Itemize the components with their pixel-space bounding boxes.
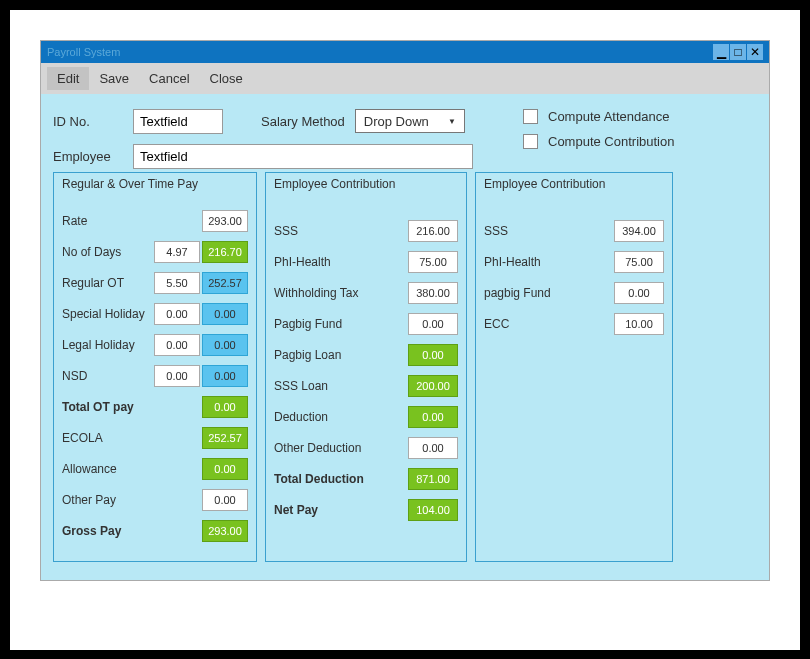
p3-ecc-v[interactable]: 10.00 [614, 313, 664, 335]
compute-attendance-label: Compute Attendance [548, 109, 669, 124]
panel-emp-contrib-1: Employee Contribution SSS216.00 PhI-Heal… [265, 183, 467, 562]
menu-cancel[interactable]: Cancel [139, 67, 199, 90]
pf-v[interactable]: 0.00 [408, 313, 458, 335]
sss-label: SSS [274, 224, 406, 238]
titlebar: Payroll System ▁ □ ✕ [41, 41, 769, 63]
lh-v1[interactable]: 0.00 [154, 334, 200, 356]
compute-attendance-option[interactable]: Compute Attendance [523, 109, 674, 124]
sh-v2: 0.00 [202, 303, 248, 325]
checkbox-icon [523, 109, 538, 124]
p3-pf-v[interactable]: 0.00 [614, 282, 664, 304]
pf-label: Pagbig Fund [274, 317, 406, 331]
td-v: 871.00 [408, 468, 458, 490]
lh-label: Legal Holiday [62, 338, 152, 352]
wht-v[interactable]: 380.00 [408, 282, 458, 304]
panel2-legend: Employee Contribution [265, 172, 467, 195]
maximize-icon[interactable]: □ [730, 44, 746, 60]
window-buttons: ▁ □ ✕ [712, 44, 763, 60]
ded-label: Deduction [274, 410, 406, 424]
pl-v: 0.00 [408, 344, 458, 366]
ded-v: 0.00 [408, 406, 458, 428]
totot-v: 0.00 [202, 396, 248, 418]
compute-contribution-label: Compute Contribution [548, 134, 674, 149]
np-label: Net Pay [274, 503, 406, 517]
rate-label: Rate [62, 214, 200, 228]
np-v: 104.00 [408, 499, 458, 521]
payroll-window: Payroll System ▁ □ ✕ Edit Save Cancel Cl… [40, 40, 770, 581]
allow-label: Allowance [62, 462, 200, 476]
panel-emp-contrib-2: Employee Contribution SSS394.00 PhI-Heal… [475, 183, 673, 562]
sh-label: Special Holiday [62, 307, 152, 321]
panel1-legend: Regular & Over Time Pay [53, 172, 257, 195]
form-body: ID No. Salary Method Drop Down ▼ Employe… [41, 94, 769, 580]
p3-pf-label: pagbig Fund [484, 286, 612, 300]
idno-label: ID No. [53, 114, 121, 129]
p3-phi-v[interactable]: 75.00 [614, 251, 664, 273]
employee-input[interactable] [133, 144, 473, 169]
nod-label: No of Days [62, 245, 152, 259]
nod-v2: 216.70 [202, 241, 248, 263]
menu-edit[interactable]: Edit [47, 67, 89, 90]
p3-ecc-label: ECC [484, 317, 612, 331]
other-v[interactable]: 0.00 [202, 489, 248, 511]
window-title: Payroll System [47, 46, 120, 58]
nsd-v1[interactable]: 0.00 [154, 365, 200, 387]
gross-v: 293.00 [202, 520, 248, 542]
gross-label: Gross Pay [62, 524, 200, 538]
nsd-v2: 0.00 [202, 365, 248, 387]
p3-sss-label: SSS [484, 224, 612, 238]
phi-label: PhI-Health [274, 255, 406, 269]
p3-sss-v[interactable]: 394.00 [614, 220, 664, 242]
panel-regular-ot: Regular & Over Time Pay Rate293.00 No of… [53, 183, 257, 562]
ecola-label: ECOLA [62, 431, 200, 445]
rot-label: Regular OT [62, 276, 152, 290]
salary-method-label: Salary Method [261, 114, 345, 129]
menubar: Edit Save Cancel Close [41, 63, 769, 94]
chevron-down-icon: ▼ [448, 117, 456, 126]
allow-v: 0.00 [202, 458, 248, 480]
pl-label: Pagbig Loan [274, 348, 406, 362]
p3-phi-label: PhI-Health [484, 255, 612, 269]
td-label: Total Deduction [274, 472, 406, 486]
other-label: Other Pay [62, 493, 200, 507]
checkbox-icon [523, 134, 538, 149]
od-v[interactable]: 0.00 [408, 437, 458, 459]
sss-v[interactable]: 216.00 [408, 220, 458, 242]
menu-save[interactable]: Save [89, 67, 139, 90]
sl-label: SSS Loan [274, 379, 406, 393]
salary-method-select[interactable]: Drop Down ▼ [355, 109, 465, 133]
ecola-v: 252.57 [202, 427, 248, 449]
od-label: Other Deduction [274, 441, 406, 455]
sl-v: 200.00 [408, 375, 458, 397]
rate-value[interactable]: 293.00 [202, 210, 248, 232]
rot-v1[interactable]: 5.50 [154, 272, 200, 294]
nsd-label: NSD [62, 369, 152, 383]
menu-close[interactable]: Close [200, 67, 253, 90]
close-icon[interactable]: ✕ [747, 44, 763, 60]
salary-method-value: Drop Down [364, 114, 429, 129]
rot-v2: 252.57 [202, 272, 248, 294]
sh-v1[interactable]: 0.00 [154, 303, 200, 325]
idno-input[interactable] [133, 109, 223, 134]
nod-v1[interactable]: 4.97 [154, 241, 200, 263]
employee-label: Employee [53, 149, 121, 164]
minimize-icon[interactable]: ▁ [713, 44, 729, 60]
wht-label: Withholding Tax [274, 286, 406, 300]
totot-label: Total OT pay [62, 400, 200, 414]
phi-v[interactable]: 75.00 [408, 251, 458, 273]
compute-contribution-option[interactable]: Compute Contribution [523, 134, 674, 149]
panel3-legend: Employee Contribution [475, 172, 673, 195]
lh-v2: 0.00 [202, 334, 248, 356]
